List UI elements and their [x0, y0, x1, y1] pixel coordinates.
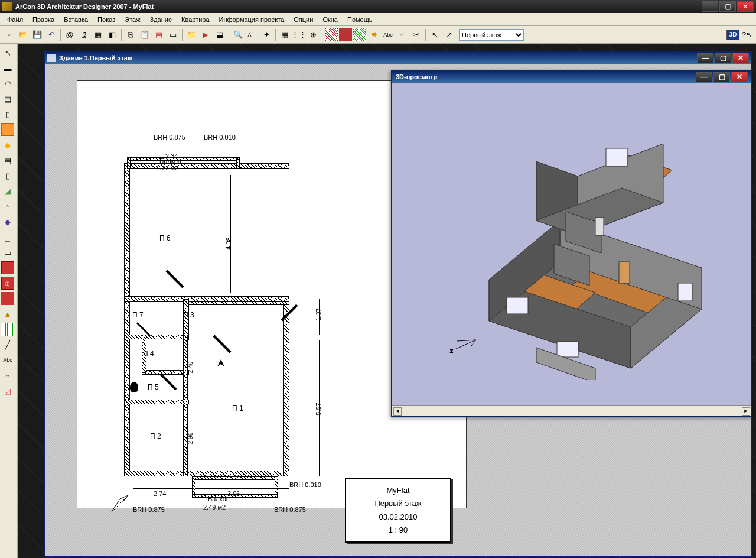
toolbar-sep: [229, 29, 229, 41]
wall2-icon[interactable]: ▤: [1, 92, 14, 105]
arc-icon[interactable]: ◠: [1, 77, 14, 90]
info-box: MyFlat Первый этаж 03.02.2010 1 : 90: [345, 478, 451, 543]
hatch-icon[interactable]: [1, 323, 14, 336]
document-titlebar[interactable]: Здание 1,Первый этаж — ▢ ✕: [45, 52, 751, 64]
doc-maximize-button[interactable]: ▢: [715, 53, 731, 63]
doc-minimize-button[interactable]: —: [697, 53, 713, 63]
angle-icon[interactable]: ◿: [1, 384, 14, 397]
support-icon[interactable]: ▯: [1, 108, 14, 121]
open-icon[interactable]: 📂: [17, 28, 30, 41]
grid-icon[interactable]: ▦: [278, 28, 291, 41]
stairs-icon[interactable]: ▤: [1, 154, 14, 167]
menu-apartment[interactable]: Квартира: [177, 15, 214, 24]
document-icon: [47, 54, 56, 62]
opening-icon[interactable]: [1, 292, 14, 305]
door-swing-icon: [165, 270, 189, 293]
3d-minimize-button[interactable]: —: [696, 72, 712, 82]
help-pointer-icon[interactable]: ?↖: [741, 28, 754, 41]
brh-br: BRH 0.010: [289, 481, 321, 488]
menu-insert[interactable]: Вставка: [59, 15, 93, 24]
select-icon[interactable]: ↖: [1, 46, 14, 59]
3d-close-button[interactable]: ✕: [731, 72, 748, 82]
print-icon[interactable]: 🖨: [77, 28, 90, 41]
rect-icon[interactable]: ▭: [1, 246, 14, 259]
3d-viewport[interactable]: z: [392, 83, 751, 405]
paste-icon[interactable]: 📋: [138, 28, 151, 41]
draw-line-icon[interactable]: ╱: [1, 338, 14, 351]
mail-icon[interactable]: @: [63, 28, 76, 41]
paint-icon[interactable]: ◆: [1, 215, 14, 228]
3d-scrollbar[interactable]: ◄ ►: [392, 405, 751, 416]
3d-badge-icon[interactable]: 3D: [726, 30, 739, 40]
info-date: 03.02.2010: [351, 512, 445, 521]
menu-windows[interactable]: Окна: [318, 15, 343, 24]
menu-file[interactable]: Файл: [2, 15, 28, 24]
menu-project-info[interactable]: Информация проекта: [214, 15, 289, 24]
floor-select[interactable]: Первый этаж: [459, 29, 524, 41]
save-icon[interactable]: 💾: [31, 28, 44, 41]
hatch2-icon[interactable]: [353, 28, 366, 41]
hole-icon[interactable]: ◆: [1, 138, 14, 151]
close-button[interactable]: ✕: [737, 1, 754, 12]
wall-icon[interactable]: ▬: [1, 61, 14, 74]
balcony-top-area: 1.77 м2: [156, 164, 178, 171]
undo-icon[interactable]: ↶: [45, 28, 58, 41]
triangle-icon[interactable]: ▶: [199, 28, 212, 41]
copy-icon[interactable]: ⎘: [124, 28, 137, 41]
pointer-icon[interactable]: ↖: [428, 28, 441, 41]
document-window: Здание 1,Первый этаж — ▢ ✕: [44, 51, 752, 557]
scroll-right-icon[interactable]: ►: [742, 407, 750, 416]
chart-icon[interactable]: ⬓: [213, 28, 226, 41]
dormer-icon[interactable]: ⌂: [1, 200, 14, 213]
maximize-button[interactable]: ▢: [719, 1, 736, 12]
ceiling-icon[interactable]: [1, 123, 14, 136]
workspace: Здание 1,Первый этаж — ▢ ✕: [18, 44, 756, 558]
window-icon[interactable]: ◫: [1, 277, 14, 290]
direction-icon: [213, 358, 229, 375]
menu-options[interactable]: Опции: [289, 15, 318, 24]
text-icon[interactable]: Abc: [382, 28, 395, 41]
column-icon[interactable]: ▯: [1, 169, 14, 182]
menu-edit[interactable]: Правка: [28, 15, 59, 24]
menu-floor[interactable]: Этаж: [120, 15, 145, 24]
dots-icon[interactable]: ⋮⋮: [292, 28, 305, 41]
fit-icon[interactable]: A↔: [246, 28, 259, 41]
library-icon[interactable]: 📁: [185, 28, 198, 41]
tiles-icon[interactable]: ▦: [92, 28, 105, 41]
3d-titlebar[interactable]: 3D-просмотр — ▢ ✕: [392, 71, 751, 83]
dimension-icon[interactable]: ↔: [1, 369, 14, 382]
dim-icon[interactable]: ↔: [396, 28, 409, 41]
preview-icon[interactable]: ◧: [106, 28, 119, 41]
3d-maximize-button[interactable]: ▢: [713, 72, 730, 82]
menubar: Файл Правка Вставка Показ Этаж Здание Кв…: [0, 13, 756, 26]
line-icon[interactable]: ⎯: [1, 231, 14, 244]
pointer2-icon[interactable]: ↗: [442, 28, 455, 41]
scroll-left-icon[interactable]: ◄: [393, 407, 402, 416]
snap-icon[interactable]: ⊕: [307, 28, 320, 41]
text-tool-icon[interactable]: Abc: [1, 353, 14, 366]
room-label-p4: П 4: [143, 349, 154, 358]
zoom-icon[interactable]: 🔍: [232, 28, 245, 41]
cut-icon[interactable]: ✂: [410, 28, 423, 41]
insert-icon[interactable]: ▭: [167, 28, 180, 41]
minimize-button[interactable]: —: [702, 1, 718, 12]
menu-show[interactable]: Показ: [93, 15, 120, 24]
burst-icon[interactable]: ✹: [367, 28, 380, 41]
furniture-icon[interactable]: ▲: [1, 307, 14, 320]
svg-text:z: z: [450, 348, 453, 354]
door-icon[interactable]: [1, 261, 14, 274]
new-icon[interactable]: ▫: [2, 28, 15, 41]
fill-icon[interactable]: [339, 28, 352, 41]
layers-icon[interactable]: ▤: [152, 28, 165, 41]
door-swing-icon: [213, 335, 236, 358]
doc-close-button[interactable]: ✕: [732, 53, 749, 63]
toolbar: ▫ 📂 💾 ↶ @ 🖨 ▦ ◧ ⎘ 📋 ▤ ▭ 📁 ▶ ⬓ 🔍 A↔ ✦ ▦ ⋮…: [0, 26, 756, 44]
brh-top2: BRH 0.010: [204, 134, 236, 141]
balcony-bot-area: 2.49 м2: [203, 504, 226, 511]
room-label-p6: П 6: [159, 234, 171, 242]
compass-icon[interactable]: ✦: [260, 28, 273, 41]
roof-icon[interactable]: ◢: [1, 184, 14, 197]
menu-help[interactable]: Помощь: [343, 15, 377, 24]
hatch1-icon[interactable]: [325, 28, 338, 41]
menu-building[interactable]: Здание: [145, 15, 177, 24]
